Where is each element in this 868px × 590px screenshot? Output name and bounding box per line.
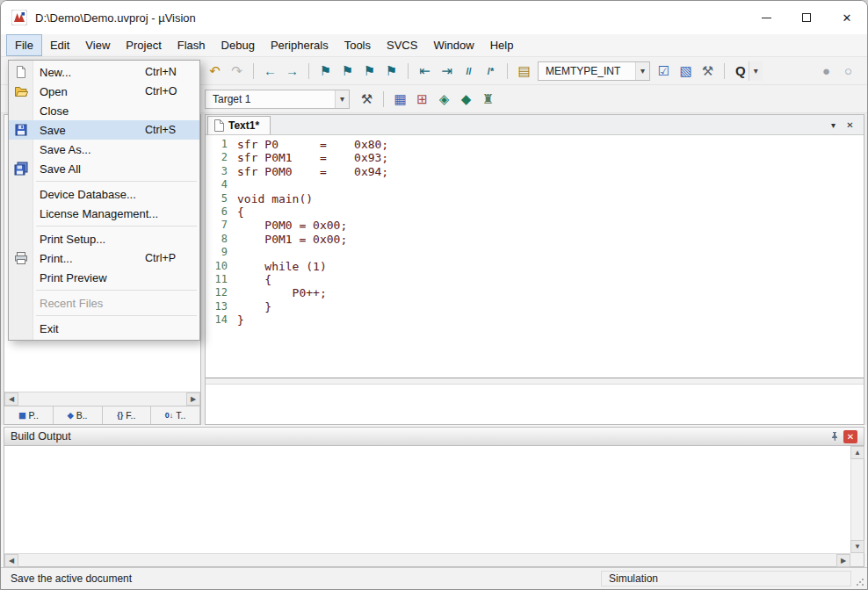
- minimize-icon: [762, 18, 771, 18]
- project-tab[interactable]: ▦P..: [4, 407, 54, 424]
- menu-help[interactable]: Help: [482, 34, 522, 56]
- code-line[interactable]: 11 {: [206, 273, 864, 286]
- target-select[interactable]: Target 1 ▾: [205, 90, 350, 109]
- code-text: P0M0 = 0x00;: [237, 219, 347, 232]
- menu-project[interactable]: Project: [118, 34, 169, 56]
- close-button[interactable]: ✕: [827, 1, 867, 34]
- books-tab[interactable]: ◆B..: [54, 407, 103, 424]
- code-editor[interactable]: 1sfr P0 = 0x80;2sfr P0M1 = 0x93;3sfr P0M…: [206, 135, 864, 378]
- scroll-up-icon[interactable]: ▲: [850, 446, 864, 459]
- code-line[interactable]: 3sfr P0M0 = 0x94;: [206, 165, 864, 178]
- tab-text1[interactable]: Text1*: [207, 116, 271, 134]
- file-menu-item-print[interactable]: Print...Ctrl+P: [9, 248, 199, 268]
- indent-right-icon[interactable]: ⇥: [437, 61, 457, 81]
- output-hscrollbar[interactable]: ◀ ▶: [4, 553, 850, 566]
- menu-debug[interactable]: Debug: [213, 34, 263, 56]
- titlebar[interactable]: D:\Demo\Demo.uvproj - µVision ✕: [1, 1, 867, 34]
- scroll-right-icon[interactable]: ▶: [186, 392, 200, 406]
- batch-build-icon[interactable]: ◈: [434, 90, 454, 109]
- file-menu-item-print-setup[interactable]: Print Setup...: [9, 229, 199, 248]
- download-icon[interactable]: ♜: [478, 90, 498, 109]
- file-menu-item-save-as[interactable]: Save As...: [9, 140, 199, 159]
- undo-icon[interactable]: ↶: [205, 61, 225, 81]
- resize-grip-icon[interactable]: [851, 568, 867, 589]
- nav-back-icon[interactable]: ←: [260, 61, 280, 81]
- menu-file[interactable]: File: [6, 34, 42, 56]
- scroll-right-icon[interactable]: ▶: [836, 554, 850, 567]
- menu-tools[interactable]: Tools: [336, 34, 379, 56]
- file-menu-item-open[interactable]: OpenCtrl+O: [9, 82, 199, 101]
- menu-edit[interactable]: Edit: [42, 34, 77, 56]
- build-output-text[interactable]: [4, 446, 850, 553]
- code-line[interactable]: 6{: [206, 205, 864, 219]
- checklist-icon[interactable]: ☑: [654, 61, 674, 81]
- file-menu-item-license-management[interactable]: License Management...: [9, 204, 199, 223]
- file-menu-item-close[interactable]: Close: [9, 101, 199, 120]
- bookmark-toggle-icon[interactable]: ⚑: [315, 61, 336, 81]
- nav-forward-icon[interactable]: →: [282, 61, 302, 81]
- book-icon[interactable]: ▤: [514, 61, 534, 81]
- templates-tab[interactable]: 0↓T..: [151, 407, 200, 424]
- code-line[interactable]: 9: [206, 246, 864, 259]
- code-line[interactable]: 4: [206, 178, 864, 191]
- bookmark-prev-icon[interactable]: ⚑: [337, 61, 358, 81]
- code-line[interactable]: 7 P0M0 = 0x00;: [206, 219, 864, 232]
- menu-flash[interactable]: Flash: [170, 34, 213, 56]
- code-line[interactable]: 14}: [206, 313, 864, 327]
- menu-window[interactable]: Window: [425, 34, 481, 56]
- memtype-dropdown-icon[interactable]: ▾: [635, 62, 649, 80]
- build-output-header[interactable]: Build Output ✕: [4, 427, 864, 446]
- functions-tab[interactable]: {}F..: [103, 407, 152, 424]
- indent-left-icon[interactable]: ⇤: [415, 61, 435, 81]
- code-line[interactable]: 13 }: [206, 300, 864, 313]
- find-dropdown-icon[interactable]: ▾: [749, 61, 763, 81]
- file-menu-item-save-all[interactable]: Save All: [9, 159, 199, 178]
- flash-config-icon[interactable]: ▧: [676, 61, 696, 81]
- close-document-icon[interactable]: ✕: [843, 119, 857, 131]
- code-line[interactable]: 8 P0M1 = 0x00;: [206, 233, 864, 246]
- document-tabbar: Text1* ▾ ✕: [206, 115, 864, 135]
- file-menu-item-exit[interactable]: Exit: [9, 319, 199, 338]
- circle-filled-icon[interactable]: ●: [816, 61, 836, 81]
- rebuild-icon[interactable]: ⊞: [412, 90, 432, 109]
- options-target-icon[interactable]: ⚒: [357, 90, 377, 109]
- code-line[interactable]: 12 P0++;: [206, 286, 864, 299]
- comment-icon[interactable]: //: [459, 61, 479, 81]
- scroll-down-icon[interactable]: ▼: [850, 540, 864, 553]
- code-line[interactable]: 5void main(): [206, 192, 864, 205]
- redo-icon[interactable]: ↷: [227, 61, 247, 81]
- minimize-button[interactable]: [746, 1, 786, 34]
- scroll-left-icon[interactable]: ◀: [4, 554, 18, 567]
- project-panel-hscrollbar[interactable]: ◀ ▶: [4, 392, 200, 406]
- file-menu-item-new[interactable]: New...Ctrl+N: [9, 62, 199, 82]
- menu-peripherals[interactable]: Peripherals: [263, 34, 336, 56]
- translate-icon[interactable]: ◆: [456, 90, 476, 109]
- bookmark-clear-icon[interactable]: ⚑: [381, 61, 401, 81]
- code-line[interactable]: 2sfr P0M1 = 0x93;: [206, 151, 864, 164]
- maximize-button[interactable]: [786, 1, 827, 34]
- memtype-combobox[interactable]: MEMTYPE_INT ▾: [538, 61, 650, 81]
- find-in-files-combobox[interactable]: Q ▾: [733, 61, 763, 81]
- target-select-arrow-icon[interactable]: ▾: [335, 90, 349, 108]
- menu-item-shortcut: Ctrl+O: [145, 85, 191, 97]
- circle-outline-icon[interactable]: ○: [838, 61, 858, 81]
- close-output-icon[interactable]: ✕: [843, 430, 857, 443]
- uncomment-icon[interactable]: /*: [481, 61, 501, 81]
- file-menu-item-save[interactable]: SaveCtrl+S: [9, 120, 199, 140]
- editor-hscrollbar[interactable]: [206, 378, 864, 385]
- pin-icon[interactable]: [829, 431, 840, 442]
- scroll-left-icon[interactable]: ◀: [4, 392, 18, 406]
- bookmark-next-icon[interactable]: ⚑: [359, 61, 380, 81]
- menu-svcs[interactable]: SVCS: [379, 34, 425, 56]
- menu-view[interactable]: View: [77, 34, 118, 56]
- file-menu-item-device-database[interactable]: Device Database...: [9, 184, 199, 204]
- build-icon[interactable]: ▦: [390, 90, 410, 109]
- code-line[interactable]: 1sfr P0 = 0x80;: [206, 138, 864, 151]
- file-menu-item-print-preview[interactable]: Print Preview: [9, 268, 199, 287]
- menu-item-label: Recent Files: [40, 297, 145, 310]
- panel-tab-label: F..: [126, 410, 135, 421]
- output-vscrollbar[interactable]: ▲ ▼: [850, 446, 864, 553]
- code-line[interactable]: 10 while (1): [206, 260, 864, 273]
- debug-wand-icon[interactable]: ⚒: [698, 61, 718, 81]
- tab-list-dropdown-icon[interactable]: ▾: [827, 119, 840, 131]
